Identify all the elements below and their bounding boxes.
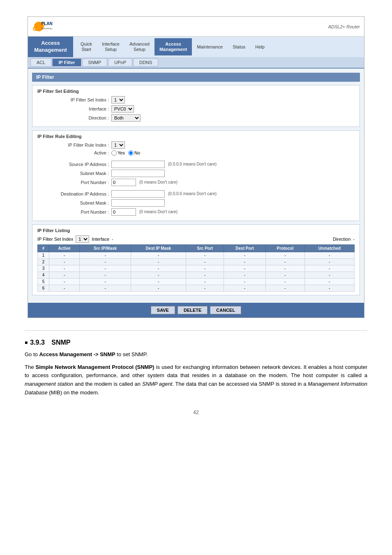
table-cell: -	[266, 265, 305, 272]
active-yes-radio[interactable]	[111, 150, 117, 156]
content-area: IP Filter IP Filter Set Editing IP Filte…	[28, 69, 364, 303]
cancel-button[interactable]: CANCEL	[210, 306, 241, 314]
nav-item-interface-setup[interactable]: Interface Setup	[97, 38, 125, 55]
table-cell: -	[266, 285, 305, 291]
sub-nav-acl[interactable]: ACL	[30, 58, 51, 67]
table-cell: -	[131, 252, 186, 258]
table-row: 6-------	[38, 285, 355, 291]
col-dest-ip-mask: Dest IP Mask	[131, 244, 186, 252]
src-ip-input[interactable]	[111, 161, 165, 168]
button-bar: SAVE DELETE CANCEL	[28, 303, 364, 318]
dst-port-input[interactable]	[111, 208, 136, 216]
dst-subnet-input[interactable]	[111, 199, 165, 207]
active-no-radio[interactable]	[128, 150, 134, 156]
listing-ctrl-left: IP Filter Set Index 12 Interface -	[37, 235, 113, 243]
listing-set-label: IP Filter Set Index	[37, 237, 73, 242]
nav-item-maintenance[interactable]: Maintenance	[192, 41, 228, 53]
sub-nav-ip-filter[interactable]: IP Filter	[52, 58, 81, 67]
intro-para: Go to Access Management -> SNMP to set S…	[25, 350, 367, 359]
src-ip-row: Source IP Address : (0.0.0.0 means Don't…	[37, 161, 355, 168]
direction-select[interactable]: BothIncomingOutgoing	[111, 114, 141, 122]
listing-interface-label: Interface	[92, 237, 109, 242]
nav-item-status[interactable]: Status	[228, 41, 250, 53]
src-subnet-row: Subnet Mask :	[37, 170, 355, 177]
nav-item-help[interactable]: Help	[250, 41, 270, 53]
active-label: Active :	[37, 150, 111, 155]
doc-section: 3.9.3 SNMP Go to Access Management -> SN…	[25, 339, 367, 397]
nav-items: Quick Start Interface Setup Advanced Set…	[73, 37, 364, 57]
ip-filter-set-editing: IP Filter Set Editing IP Filter Set Inde…	[32, 85, 360, 127]
set-index-row: IP Filter Set Index : 1234	[37, 96, 355, 104]
delete-button[interactable]: DELETE	[178, 306, 208, 314]
listing-direction-value: -	[353, 237, 355, 242]
table-row: 1-------	[38, 252, 355, 258]
interface-select[interactable]: PVC0PVC1PVC2	[111, 105, 134, 113]
set-index-select[interactable]: 1234	[111, 96, 125, 104]
table-cell: 5	[38, 278, 49, 285]
dst-ip-row: Destination IP Address : (0.0.0.0 means …	[37, 190, 355, 198]
src-subnet-input[interactable]	[111, 170, 165, 177]
table-cell: -	[224, 265, 265, 272]
listing-interface-value: -	[112, 237, 113, 242]
dst-ip-input[interactable]	[111, 190, 165, 198]
table-cell: -	[266, 272, 305, 278]
interface-row: Interface : PVC0PVC1PVC2	[37, 105, 355, 113]
rule-index-select[interactable]: 123	[111, 141, 125, 149]
table-cell: -	[266, 278, 305, 285]
table-cell: -	[224, 272, 265, 278]
divider	[25, 330, 367, 331]
table-row: 5-------	[38, 278, 355, 285]
table-cell: 4	[38, 272, 49, 278]
svg-text:Networking & Communication: Networking & Communication	[42, 27, 53, 30]
table-cell: -	[131, 272, 186, 278]
main-nav: Access Management Quick Start Interface …	[28, 37, 364, 57]
src-port-input[interactable]	[111, 179, 136, 186]
para1-bold: Simple Network Management Protocol (SNMP…	[36, 364, 154, 370]
sub-nav: ACL IP Filter SNMP UPnP DDNS	[28, 57, 364, 69]
dst-ip-label: Destination IP Address :	[37, 191, 111, 196]
main-para: The Simple Network Management Protocol (…	[25, 363, 367, 397]
table-row: 2-------	[38, 258, 355, 265]
table-cell: -	[49, 272, 80, 278]
nav-item-advanced-setup[interactable]: Advanced Setup	[125, 38, 154, 55]
sub-nav-upnp[interactable]: UPnP	[108, 58, 132, 67]
table-cell: -	[49, 278, 80, 285]
direction-label: Direction :	[37, 115, 111, 120]
table-cell: -	[80, 252, 131, 258]
svg-text:PLANET: PLANET	[42, 21, 53, 26]
dst-port-label: Port Number :	[37, 210, 111, 214]
table-cell: -	[80, 272, 131, 278]
listing-set-select[interactable]: 12	[76, 235, 89, 243]
table-cell: -	[80, 258, 131, 265]
nav-item-access-management[interactable]: Access Management	[154, 38, 192, 55]
set-index-label: IP Filter Set Index :	[37, 97, 111, 102]
active-no-label[interactable]: No	[128, 150, 140, 156]
dst-subnet-label: Subnet Mask :	[37, 200, 111, 205]
sub-nav-ddns[interactable]: DDNS	[133, 58, 158, 67]
src-port-row: Port Number : (0 means Don't care)	[37, 179, 355, 186]
rule-editing-title: IP Filter Rule Editing	[37, 134, 355, 139]
save-button[interactable]: SAVE	[151, 306, 175, 314]
src-subnet-label: Subnet Mask :	[37, 171, 111, 176]
table-cell: -	[186, 272, 224, 278]
intro-end: to set SNMP.	[115, 351, 148, 357]
table-cell: -	[49, 265, 80, 272]
table-cell: -	[304, 265, 354, 272]
section-number: 3.9.3	[30, 339, 45, 346]
listing-title: IP Filter Listing	[37, 228, 355, 233]
intro-text: Go to	[25, 351, 39, 357]
table-cell: -	[266, 258, 305, 265]
src-ip-label: Source IP Address :	[37, 162, 111, 167]
sub-nav-snmp[interactable]: SNMP	[82, 58, 108, 67]
nav-item-quick-start[interactable]: Quick Start	[76, 38, 97, 55]
direction-row: Direction : BothIncomingOutgoing	[37, 114, 355, 122]
rule-index-label: IP Filter Rule Index :	[37, 143, 111, 147]
table-cell: 1	[38, 252, 49, 258]
section-title: IP Filter	[32, 73, 360, 82]
set-editing-title: IP Filter Set Editing	[37, 89, 355, 94]
active-yes-label[interactable]: Yes	[111, 150, 125, 156]
rule-index-row: IP Filter Rule Index : 123	[37, 141, 355, 149]
para1-tail: . The data that can be accessed via SNMP…	[172, 381, 308, 387]
table-cell: -	[304, 278, 354, 285]
active-row: Active : Yes No	[37, 150, 355, 156]
